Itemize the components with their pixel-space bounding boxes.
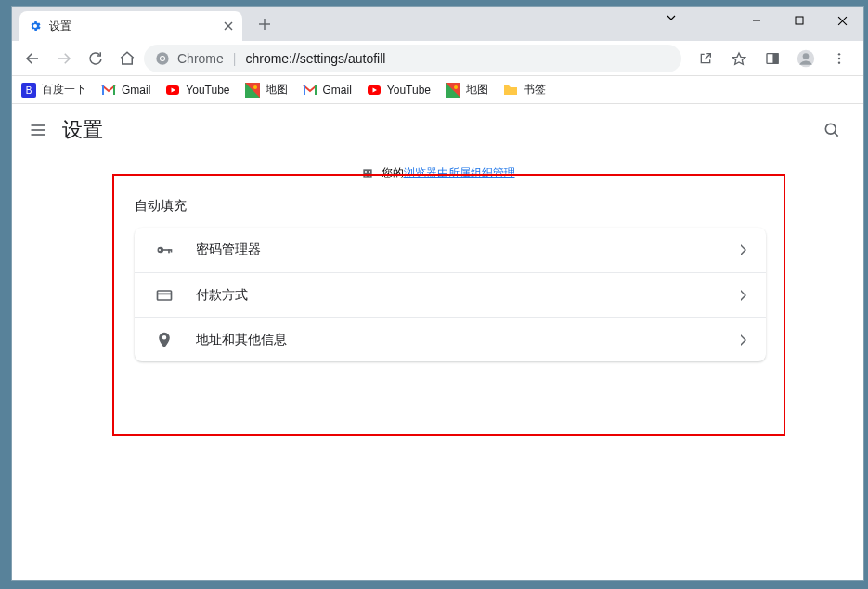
svg-point-12 bbox=[161, 57, 164, 60]
svg-point-43 bbox=[825, 124, 836, 134]
chrome-window: 设置 bbox=[11, 6, 864, 581]
menu-icon[interactable] bbox=[29, 121, 47, 139]
bookmark-item[interactable]: YouTube bbox=[367, 83, 431, 98]
svg-point-19 bbox=[838, 53, 840, 55]
chevron-right-icon bbox=[740, 334, 747, 346]
minimize-button[interactable] bbox=[735, 7, 778, 34]
gmail-icon bbox=[101, 83, 116, 98]
close-window-button[interactable] bbox=[821, 7, 863, 34]
baidu-icon: B bbox=[21, 83, 36, 98]
key-icon bbox=[153, 241, 175, 259]
svg-point-20 bbox=[838, 57, 840, 59]
section-title: 自动填充 bbox=[135, 198, 766, 215]
svg-rect-33 bbox=[304, 85, 305, 95]
home-button[interactable] bbox=[112, 44, 142, 73]
folder-icon bbox=[503, 83, 518, 98]
window-controls bbox=[735, 7, 863, 34]
side-panel-icon[interactable] bbox=[758, 44, 787, 73]
bookmark-label: 地图 bbox=[466, 82, 488, 98]
browser-tab[interactable]: 设置 bbox=[19, 11, 242, 41]
bookmark-label: 书签 bbox=[524, 82, 546, 98]
bookmark-bar: B 百度一下 Gmail YouTube 地图 Gmail YouTube bbox=[12, 76, 863, 104]
address-bar[interactable]: Chrome | chrome://settings/autofill bbox=[144, 45, 681, 72]
chevron-right-icon bbox=[740, 290, 747, 301]
chevron-right-icon bbox=[740, 244, 747, 255]
gmail-icon bbox=[303, 83, 317, 98]
kebab-menu-icon[interactable] bbox=[824, 44, 854, 73]
separator: | bbox=[233, 51, 237, 66]
row-label: 地址和其他信息 bbox=[196, 332, 287, 348]
svg-marker-59 bbox=[741, 334, 746, 346]
svg-rect-51 bbox=[162, 249, 171, 251]
svg-rect-26 bbox=[113, 85, 115, 95]
bookmark-label: Gmail bbox=[122, 84, 150, 97]
card-icon bbox=[153, 286, 175, 305]
tab-title: 设置 bbox=[49, 19, 71, 34]
close-tab-icon[interactable] bbox=[224, 21, 233, 31]
page-title: 设置 bbox=[62, 116, 103, 144]
row-label: 付款方式 bbox=[196, 287, 248, 304]
managed-prefix: 您的 bbox=[382, 166, 404, 179]
svg-rect-45 bbox=[363, 169, 371, 177]
svg-rect-48 bbox=[365, 174, 367, 176]
managed-link[interactable]: 浏览器由所属组织管理 bbox=[404, 166, 515, 179]
bookmark-label: Gmail bbox=[323, 84, 352, 97]
svg-rect-52 bbox=[168, 249, 170, 253]
bookmark-item[interactable]: YouTube bbox=[165, 83, 229, 98]
svg-point-54 bbox=[159, 249, 161, 251]
svg-rect-47 bbox=[369, 171, 370, 173]
back-button[interactable] bbox=[18, 44, 47, 73]
addresses-row[interactable]: 地址和其他信息 bbox=[135, 317, 766, 361]
new-tab-button[interactable] bbox=[252, 11, 278, 37]
bookmark-item[interactable]: 地图 bbox=[446, 82, 488, 98]
forward-button[interactable] bbox=[49, 44, 79, 73]
profile-avatar-icon[interactable] bbox=[791, 44, 821, 73]
address-prefix: Chrome bbox=[177, 51, 224, 66]
svg-rect-34 bbox=[315, 85, 317, 95]
bookmark-label: YouTube bbox=[186, 84, 229, 97]
bookmark-item[interactable]: B 百度一下 bbox=[21, 82, 86, 98]
svg-rect-56 bbox=[158, 291, 172, 300]
bookmark-label: 地图 bbox=[266, 82, 288, 98]
payment-methods-row[interactable]: 付款方式 bbox=[135, 272, 766, 317]
svg-text:B: B bbox=[26, 85, 32, 96]
youtube-icon bbox=[165, 83, 180, 98]
bookmark-label: YouTube bbox=[387, 84, 431, 97]
gear-icon bbox=[29, 20, 42, 33]
svg-point-18 bbox=[803, 53, 810, 59]
share-icon[interactable] bbox=[691, 44, 720, 73]
youtube-icon bbox=[367, 83, 382, 98]
svg-rect-46 bbox=[365, 171, 367, 173]
svg-marker-58 bbox=[741, 290, 746, 301]
bookmark-item[interactable]: Gmail bbox=[101, 83, 150, 98]
managed-notice: 您的浏览器由所属组织管理 bbox=[12, 156, 863, 181]
svg-rect-25 bbox=[102, 85, 104, 95]
svg-point-39 bbox=[454, 85, 458, 89]
svg-point-21 bbox=[838, 61, 840, 63]
svg-point-31 bbox=[253, 85, 257, 89]
pin-icon bbox=[153, 331, 175, 349]
bookmark-item[interactable]: Gmail bbox=[303, 83, 352, 98]
svg-rect-49 bbox=[369, 174, 370, 176]
svg-marker-13 bbox=[732, 53, 745, 64]
address-url: chrome://settings/autofill bbox=[245, 51, 385, 66]
tab-search-button[interactable] bbox=[650, 12, 693, 23]
svg-marker-55 bbox=[741, 244, 746, 255]
svg-rect-5 bbox=[796, 17, 803, 24]
reload-button[interactable] bbox=[81, 44, 110, 73]
toolbar: Chrome | chrome://settings/autofill bbox=[12, 41, 863, 76]
svg-line-44 bbox=[835, 133, 838, 137]
building-icon bbox=[361, 167, 374, 180]
tab-strip: 设置 bbox=[12, 7, 863, 41]
maps-icon bbox=[245, 83, 260, 98]
maximize-button[interactable] bbox=[778, 7, 821, 34]
bookmark-star-icon[interactable] bbox=[724, 44, 754, 73]
maps-icon bbox=[446, 83, 460, 98]
toolbar-right bbox=[691, 44, 854, 73]
chrome-icon bbox=[155, 51, 170, 66]
search-icon[interactable] bbox=[823, 121, 841, 139]
bookmark-item[interactable]: 书签 bbox=[503, 82, 546, 98]
autofill-section: 自动填充 密码管理器 付款方式 bbox=[135, 181, 766, 361]
password-manager-row[interactable]: 密码管理器 bbox=[135, 228, 766, 272]
bookmark-item[interactable]: 地图 bbox=[245, 82, 288, 98]
